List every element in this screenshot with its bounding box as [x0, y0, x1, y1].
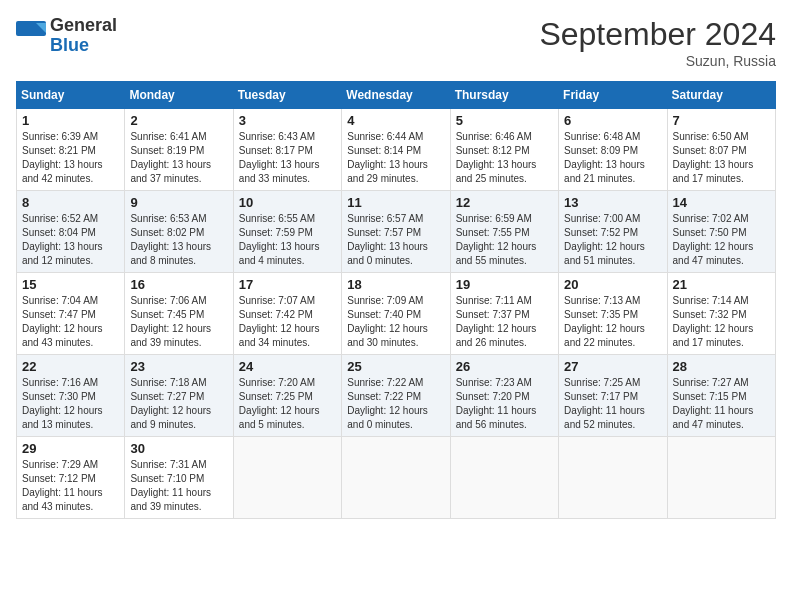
day-info: Sunrise: 7:23 AM Sunset: 7:20 PM Dayligh… — [456, 376, 553, 432]
calendar-body: 1Sunrise: 6:39 AM Sunset: 8:21 PM Daylig… — [17, 109, 776, 519]
day-number: 26 — [456, 359, 553, 374]
day-number: 19 — [456, 277, 553, 292]
logo-text: General Blue — [50, 16, 117, 56]
calendar-cell: 6Sunrise: 6:48 AM Sunset: 8:09 PM Daylig… — [559, 109, 667, 191]
calendar-header: SundayMondayTuesdayWednesdayThursdayFrid… — [17, 82, 776, 109]
day-info: Sunrise: 7:20 AM Sunset: 7:25 PM Dayligh… — [239, 376, 336, 432]
calendar-cell: 2Sunrise: 6:41 AM Sunset: 8:19 PM Daylig… — [125, 109, 233, 191]
day-info: Sunrise: 6:53 AM Sunset: 8:02 PM Dayligh… — [130, 212, 227, 268]
calendar-week-0: 1Sunrise: 6:39 AM Sunset: 8:21 PM Daylig… — [17, 109, 776, 191]
calendar-cell: 9Sunrise: 6:53 AM Sunset: 8:02 PM Daylig… — [125, 191, 233, 273]
day-info: Sunrise: 6:44 AM Sunset: 8:14 PM Dayligh… — [347, 130, 444, 186]
calendar-cell: 18Sunrise: 7:09 AM Sunset: 7:40 PM Dayli… — [342, 273, 450, 355]
day-info: Sunrise: 6:59 AM Sunset: 7:55 PM Dayligh… — [456, 212, 553, 268]
calendar-cell: 24Sunrise: 7:20 AM Sunset: 7:25 PM Dayli… — [233, 355, 341, 437]
weekday-monday: Monday — [125, 82, 233, 109]
day-info: Sunrise: 6:41 AM Sunset: 8:19 PM Dayligh… — [130, 130, 227, 186]
calendar-cell: 23Sunrise: 7:18 AM Sunset: 7:27 PM Dayli… — [125, 355, 233, 437]
weekday-saturday: Saturday — [667, 82, 775, 109]
day-info: Sunrise: 6:57 AM Sunset: 7:57 PM Dayligh… — [347, 212, 444, 268]
day-number: 28 — [673, 359, 770, 374]
day-number: 12 — [456, 195, 553, 210]
calendar-cell: 15Sunrise: 7:04 AM Sunset: 7:47 PM Dayli… — [17, 273, 125, 355]
day-number: 2 — [130, 113, 227, 128]
calendar-cell: 13Sunrise: 7:00 AM Sunset: 7:52 PM Dayli… — [559, 191, 667, 273]
calendar-cell: 21Sunrise: 7:14 AM Sunset: 7:32 PM Dayli… — [667, 273, 775, 355]
svg-rect-1 — [16, 36, 46, 51]
day-number: 7 — [673, 113, 770, 128]
day-info: Sunrise: 7:06 AM Sunset: 7:45 PM Dayligh… — [130, 294, 227, 350]
weekday-thursday: Thursday — [450, 82, 558, 109]
logo: General Blue — [16, 16, 117, 56]
calendar-cell: 27Sunrise: 7:25 AM Sunset: 7:17 PM Dayli… — [559, 355, 667, 437]
day-info: Sunrise: 6:46 AM Sunset: 8:12 PM Dayligh… — [456, 130, 553, 186]
calendar-week-3: 22Sunrise: 7:16 AM Sunset: 7:30 PM Dayli… — [17, 355, 776, 437]
calendar-week-2: 15Sunrise: 7:04 AM Sunset: 7:47 PM Dayli… — [17, 273, 776, 355]
calendar-cell: 7Sunrise: 6:50 AM Sunset: 8:07 PM Daylig… — [667, 109, 775, 191]
calendar-cell: 4Sunrise: 6:44 AM Sunset: 8:14 PM Daylig… — [342, 109, 450, 191]
calendar-cell: 30Sunrise: 7:31 AM Sunset: 7:10 PM Dayli… — [125, 437, 233, 519]
day-number: 15 — [22, 277, 119, 292]
day-info: Sunrise: 7:04 AM Sunset: 7:47 PM Dayligh… — [22, 294, 119, 350]
page-header: General Blue September 2024 Suzun, Russi… — [16, 16, 776, 69]
calendar-cell: 10Sunrise: 6:55 AM Sunset: 7:59 PM Dayli… — [233, 191, 341, 273]
day-info: Sunrise: 7:31 AM Sunset: 7:10 PM Dayligh… — [130, 458, 227, 514]
day-number: 27 — [564, 359, 661, 374]
day-info: Sunrise: 6:50 AM Sunset: 8:07 PM Dayligh… — [673, 130, 770, 186]
calendar-cell — [342, 437, 450, 519]
title-area: September 2024 Suzun, Russia — [539, 16, 776, 69]
day-info: Sunrise: 7:25 AM Sunset: 7:17 PM Dayligh… — [564, 376, 661, 432]
day-number: 23 — [130, 359, 227, 374]
weekday-friday: Friday — [559, 82, 667, 109]
day-info: Sunrise: 6:43 AM Sunset: 8:17 PM Dayligh… — [239, 130, 336, 186]
day-number: 13 — [564, 195, 661, 210]
day-info: Sunrise: 7:00 AM Sunset: 7:52 PM Dayligh… — [564, 212, 661, 268]
calendar-table: SundayMondayTuesdayWednesdayThursdayFrid… — [16, 81, 776, 519]
calendar-cell: 20Sunrise: 7:13 AM Sunset: 7:35 PM Dayli… — [559, 273, 667, 355]
day-info: Sunrise: 7:18 AM Sunset: 7:27 PM Dayligh… — [130, 376, 227, 432]
day-info: Sunrise: 7:07 AM Sunset: 7:42 PM Dayligh… — [239, 294, 336, 350]
day-number: 14 — [673, 195, 770, 210]
month-title: September 2024 — [539, 16, 776, 53]
day-number: 22 — [22, 359, 119, 374]
day-number: 25 — [347, 359, 444, 374]
calendar-week-4: 29Sunrise: 7:29 AM Sunset: 7:12 PM Dayli… — [17, 437, 776, 519]
day-info: Sunrise: 7:16 AM Sunset: 7:30 PM Dayligh… — [22, 376, 119, 432]
day-info: Sunrise: 6:52 AM Sunset: 8:04 PM Dayligh… — [22, 212, 119, 268]
calendar-cell: 11Sunrise: 6:57 AM Sunset: 7:57 PM Dayli… — [342, 191, 450, 273]
day-info: Sunrise: 7:13 AM Sunset: 7:35 PM Dayligh… — [564, 294, 661, 350]
day-info: Sunrise: 7:14 AM Sunset: 7:32 PM Dayligh… — [673, 294, 770, 350]
day-number: 3 — [239, 113, 336, 128]
day-info: Sunrise: 6:55 AM Sunset: 7:59 PM Dayligh… — [239, 212, 336, 268]
calendar-cell: 14Sunrise: 7:02 AM Sunset: 7:50 PM Dayli… — [667, 191, 775, 273]
day-info: Sunrise: 6:48 AM Sunset: 8:09 PM Dayligh… — [564, 130, 661, 186]
day-number: 9 — [130, 195, 227, 210]
calendar-cell: 5Sunrise: 6:46 AM Sunset: 8:12 PM Daylig… — [450, 109, 558, 191]
day-number: 18 — [347, 277, 444, 292]
calendar-cell: 28Sunrise: 7:27 AM Sunset: 7:15 PM Dayli… — [667, 355, 775, 437]
weekday-header-row: SundayMondayTuesdayWednesdayThursdayFrid… — [17, 82, 776, 109]
day-number: 24 — [239, 359, 336, 374]
day-number: 16 — [130, 277, 227, 292]
calendar-cell: 1Sunrise: 6:39 AM Sunset: 8:21 PM Daylig… — [17, 109, 125, 191]
day-info: Sunrise: 7:11 AM Sunset: 7:37 PM Dayligh… — [456, 294, 553, 350]
calendar-cell: 25Sunrise: 7:22 AM Sunset: 7:22 PM Dayli… — [342, 355, 450, 437]
day-info: Sunrise: 7:27 AM Sunset: 7:15 PM Dayligh… — [673, 376, 770, 432]
weekday-sunday: Sunday — [17, 82, 125, 109]
weekday-wednesday: Wednesday — [342, 82, 450, 109]
weekday-tuesday: Tuesday — [233, 82, 341, 109]
day-number: 11 — [347, 195, 444, 210]
day-number: 21 — [673, 277, 770, 292]
calendar-cell — [233, 437, 341, 519]
day-number: 29 — [22, 441, 119, 456]
logo-icon — [16, 21, 46, 51]
day-info: Sunrise: 7:29 AM Sunset: 7:12 PM Dayligh… — [22, 458, 119, 514]
calendar-cell — [667, 437, 775, 519]
day-number: 20 — [564, 277, 661, 292]
day-number: 4 — [347, 113, 444, 128]
day-number: 6 — [564, 113, 661, 128]
location: Suzun, Russia — [539, 53, 776, 69]
day-number: 5 — [456, 113, 553, 128]
calendar-cell: 8Sunrise: 6:52 AM Sunset: 8:04 PM Daylig… — [17, 191, 125, 273]
day-info: Sunrise: 7:09 AM Sunset: 7:40 PM Dayligh… — [347, 294, 444, 350]
